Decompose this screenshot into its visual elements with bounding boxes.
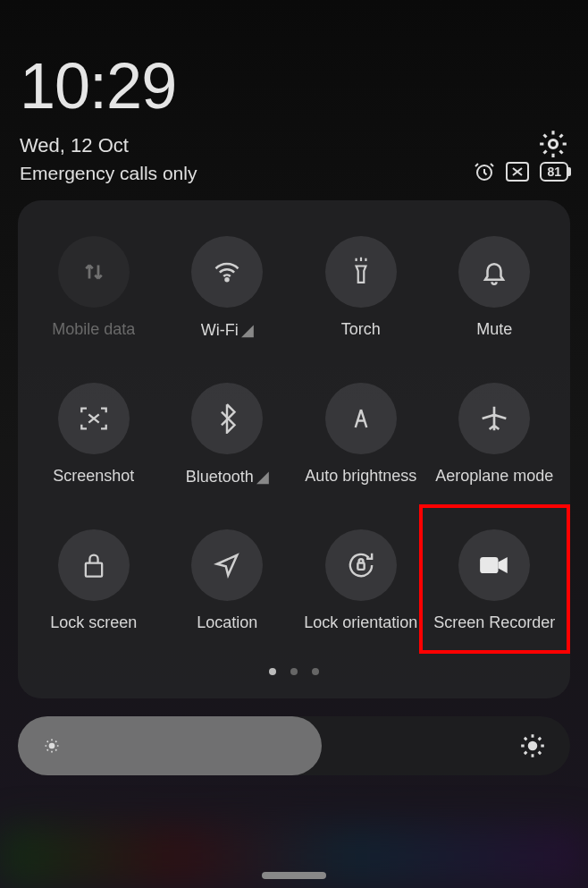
brightness-slider[interactable] bbox=[18, 716, 570, 775]
signal-indicator-icon: ◢ bbox=[256, 467, 269, 486]
tile-torch[interactable]: Torch bbox=[294, 236, 428, 340]
tile-label: Location bbox=[197, 613, 257, 632]
wifi-icon bbox=[212, 258, 242, 285]
tile-label: Screen Recorder bbox=[433, 613, 555, 632]
tile-label: Torch bbox=[341, 320, 381, 339]
brightness-fill bbox=[18, 716, 322, 775]
battery-indicator: 81 bbox=[540, 162, 568, 182]
mobile-data-icon bbox=[80, 257, 107, 287]
status-area: 10:29 Wed, 12 Oct Emergency calls only 8… bbox=[0, 0, 588, 182]
tile-label: Wi-Fi◢ bbox=[201, 320, 254, 340]
nav-handle[interactable] bbox=[262, 872, 326, 879]
bluetooth-icon bbox=[217, 403, 237, 434]
tile-screen-recorder[interactable]: Screen Recorder bbox=[428, 529, 562, 632]
tile-auto-brightness[interactable]: Auto brightness bbox=[294, 383, 428, 486]
brightness-low-icon bbox=[43, 737, 61, 755]
tile-label: Mute bbox=[476, 320, 512, 339]
tile-label: Auto brightness bbox=[305, 467, 416, 486]
tile-label: Bluetooth◢ bbox=[186, 467, 269, 486]
lock-icon bbox=[81, 551, 106, 579]
tile-label: Lock orientation bbox=[304, 613, 417, 632]
svg-point-8 bbox=[528, 741, 538, 751]
pagination-dots[interactable] bbox=[27, 668, 561, 675]
airplane-icon bbox=[480, 404, 508, 433]
page-dot[interactable] bbox=[269, 668, 276, 675]
tile-mobile-data[interactable]: Mobile data bbox=[27, 236, 161, 340]
tile-label: Aeroplane mode bbox=[435, 467, 553, 486]
tile-mute[interactable]: Mute bbox=[428, 236, 562, 340]
svg-rect-5 bbox=[357, 563, 364, 570]
tile-label: Mobile data bbox=[52, 320, 135, 339]
bell-icon bbox=[481, 258, 508, 286]
auto-brightness-icon bbox=[348, 405, 374, 432]
tile-lock-orientation[interactable]: Lock orientation bbox=[294, 529, 428, 632]
lock-rotation-icon bbox=[346, 550, 376, 580]
location-icon bbox=[214, 552, 240, 579]
page-dot[interactable] bbox=[290, 668, 298, 675]
tile-location[interactable]: Location bbox=[161, 529, 295, 632]
svg-point-3 bbox=[226, 278, 229, 281]
video-camera-icon bbox=[479, 554, 509, 576]
network-status-label: Emergency calls only bbox=[20, 163, 197, 184]
tile-wifi[interactable]: Wi-Fi◢ bbox=[161, 236, 295, 340]
tile-bluetooth[interactable]: Bluetooth◢ bbox=[161, 383, 295, 486]
clock-time: 10:29 bbox=[20, 54, 568, 118]
signal-indicator-icon: ◢ bbox=[241, 320, 254, 340]
gear-icon bbox=[538, 129, 568, 159]
screenshot-icon bbox=[80, 406, 108, 431]
date-label: Wed, 12 Oct bbox=[20, 134, 197, 157]
alarm-icon bbox=[474, 161, 495, 182]
svg-point-0 bbox=[549, 140, 557, 148]
page-dot[interactable] bbox=[312, 668, 319, 675]
svg-point-7 bbox=[49, 743, 55, 749]
brightness-high-icon bbox=[520, 733, 545, 758]
torch-icon bbox=[349, 256, 373, 288]
tile-aeroplane-mode[interactable]: Aeroplane mode bbox=[428, 383, 562, 486]
tile-lock-screen[interactable]: Lock screen bbox=[27, 529, 161, 632]
battery-level: 81 bbox=[547, 165, 561, 179]
tile-label: Lock screen bbox=[50, 613, 137, 632]
quick-settings-panel: Mobile data Wi-Fi◢ Torch bbox=[18, 200, 570, 698]
tile-label: Screenshot bbox=[53, 467, 134, 486]
tile-screenshot[interactable]: Screenshot bbox=[27, 383, 161, 486]
svg-rect-6 bbox=[480, 557, 498, 573]
svg-rect-4 bbox=[86, 563, 102, 577]
no-sim-icon bbox=[506, 162, 529, 182]
settings-button[interactable] bbox=[538, 129, 568, 159]
